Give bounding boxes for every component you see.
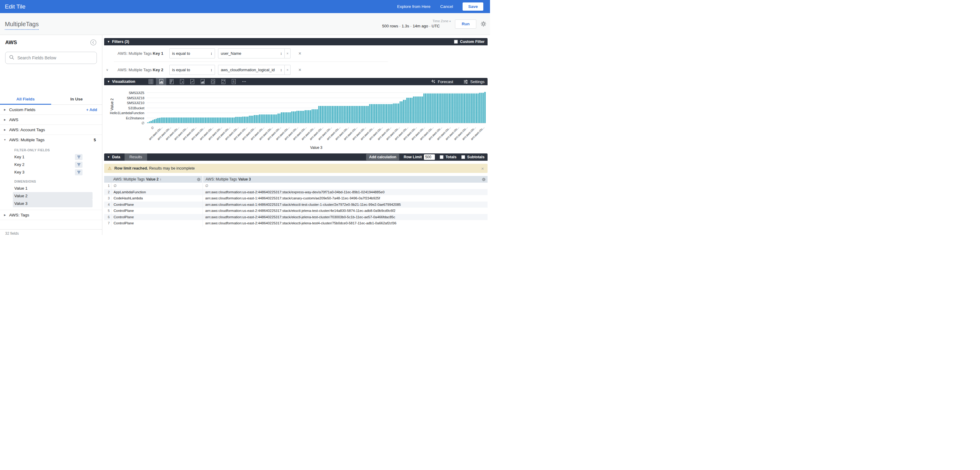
bar[interactable] [406, 98, 408, 123]
bar[interactable] [167, 118, 169, 123]
bar[interactable] [152, 120, 154, 123]
collapse-sidebar-icon[interactable] [90, 39, 97, 46]
bar[interactable] [325, 106, 326, 123]
bar[interactable] [323, 106, 325, 123]
forecast-button[interactable]: Forecast [431, 79, 453, 84]
bar[interactable] [332, 106, 333, 123]
bar[interactable] [149, 121, 150, 123]
bar[interactable] [252, 116, 254, 123]
bar[interactable] [403, 100, 404, 123]
bar[interactable] [172, 118, 174, 123]
totals-checkbox[interactable] [440, 155, 444, 159]
bar[interactable] [398, 103, 399, 123]
bar[interactable] [473, 94, 474, 123]
table-row[interactable]: 4ControlPlanearn:aws:cloudformation:us-e… [104, 202, 488, 208]
bar[interactable] [276, 114, 277, 123]
bar[interactable] [191, 118, 193, 123]
bar[interactable] [156, 119, 157, 123]
bar[interactable] [366, 106, 367, 123]
collapse-visualization-icon[interactable]: ▼ [107, 80, 110, 83]
timezone-dropdown[interactable]: Time Zone ▾ [382, 19, 451, 24]
bar[interactable] [289, 112, 291, 123]
field-search[interactable] [5, 52, 97, 64]
bar[interactable] [304, 110, 306, 123]
bar[interactable] [340, 106, 342, 123]
bar[interactable] [423, 94, 425, 123]
bar[interactable] [181, 118, 182, 123]
remove-filter-button[interactable]: × [298, 51, 301, 56]
bar[interactable] [354, 106, 355, 123]
bar[interactable] [230, 118, 232, 123]
bar[interactable] [259, 114, 260, 123]
filter-expand-icon[interactable]: ∨ [105, 68, 110, 72]
bar[interactable] [178, 118, 179, 123]
bar[interactable] [161, 118, 162, 123]
clear-filter-value-button[interactable]: × [285, 48, 291, 59]
bar[interactable] [444, 94, 445, 123]
bar[interactable] [308, 110, 309, 123]
bar[interactable] [425, 94, 426, 123]
bar[interactable] [317, 109, 318, 123]
query-settings-gear-icon[interactable] [480, 21, 486, 27]
bar[interactable] [464, 94, 465, 123]
filter-by-field-icon[interactable] [75, 169, 83, 175]
bar[interactable] [257, 115, 259, 123]
column-gear-icon[interactable] [482, 178, 486, 181]
bar[interactable] [428, 94, 430, 123]
bar[interactable] [262, 114, 264, 123]
bar[interactable] [418, 97, 420, 123]
bar[interactable] [218, 118, 220, 123]
bar[interactable] [415, 97, 416, 123]
bar[interactable] [439, 94, 440, 123]
bar[interactable] [294, 111, 296, 123]
bar[interactable] [374, 104, 375, 123]
bar[interactable] [184, 118, 186, 123]
viz-area-icon[interactable] [197, 78, 208, 85]
bar[interactable] [364, 106, 366, 123]
bar[interactable] [327, 106, 328, 123]
bar[interactable] [216, 118, 218, 123]
table-row[interactable]: 2AppLambdaFunctionarn:aws:cloudformation… [104, 189, 488, 195]
bar[interactable] [193, 118, 194, 123]
bar[interactable] [320, 106, 321, 123]
bar[interactable] [183, 118, 184, 123]
bar[interactable] [367, 106, 369, 123]
bar[interactable] [293, 111, 294, 123]
bar[interactable] [467, 94, 469, 123]
bar[interactable] [300, 111, 301, 123]
bar[interactable] [232, 118, 233, 123]
bar[interactable] [466, 94, 467, 123]
cancel-button[interactable]: Cancel [440, 4, 453, 9]
bar[interactable] [396, 103, 398, 123]
viz-scatter-icon[interactable] [177, 78, 187, 85]
sidebar-item-aws-tags[interactable]: ▶ AWS: Tags [0, 210, 102, 220]
table-row[interactable]: 3CodeHashLambdaarn:aws:cloudformation:us… [104, 195, 488, 202]
bar[interactable] [371, 104, 372, 123]
bar[interactable] [452, 94, 453, 123]
bar[interactable] [318, 106, 320, 123]
bar[interactable] [313, 109, 315, 123]
bar[interactable] [240, 117, 242, 123]
run-button[interactable]: Run [455, 19, 476, 29]
row-limit-input[interactable] [424, 154, 435, 160]
bar[interactable] [291, 111, 293, 123]
bar[interactable] [459, 94, 460, 123]
bar[interactable] [455, 94, 457, 123]
bar[interactable] [460, 94, 462, 123]
bar[interactable] [159, 118, 161, 123]
bar[interactable] [450, 94, 452, 123]
bar[interactable] [411, 98, 413, 123]
tab-in-use[interactable]: In Use [51, 94, 102, 105]
filter-value-select[interactable]: aws_cloudformation_logical_id↕ [218, 65, 285, 75]
bar[interactable] [382, 104, 384, 123]
bar[interactable] [212, 118, 213, 123]
bar[interactable] [274, 114, 275, 123]
bar[interactable] [249, 116, 250, 123]
bar[interactable] [176, 118, 178, 123]
bar[interactable] [189, 118, 191, 123]
bar[interactable] [272, 114, 274, 123]
bar[interactable] [484, 92, 486, 123]
bar[interactable] [457, 94, 459, 123]
bar[interactable] [449, 94, 450, 123]
bar[interactable] [330, 106, 332, 123]
